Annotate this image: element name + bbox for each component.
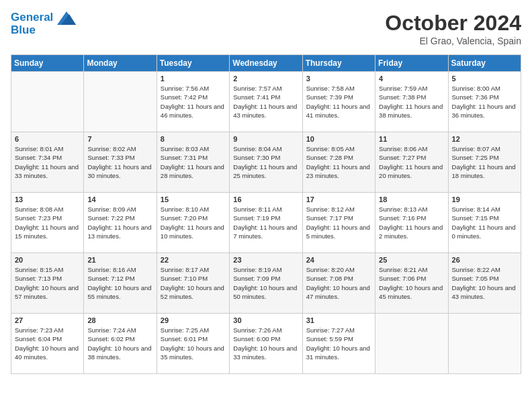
calendar-cell: 2Sunrise: 7:57 AM Sunset: 7:41 PM Daylig…	[230, 72, 302, 132]
day-number: 1	[161, 75, 226, 83]
day-info: Sunrise: 8:12 AM Sunset: 7:17 PM Dayligh…	[306, 205, 371, 240]
day-number: 30	[233, 316, 298, 324]
calendar-cell: 9Sunrise: 8:04 AM Sunset: 7:30 PM Daylig…	[230, 132, 302, 193]
logo-blue: Blue	[11, 24, 76, 37]
calendar-cell: 5Sunrise: 8:00 AM Sunset: 7:36 PM Daylig…	[448, 72, 521, 132]
calendar-cell: 28Sunrise: 7:24 AM Sunset: 6:02 PM Dayli…	[84, 314, 157, 374]
day-info: Sunrise: 8:02 AM Sunset: 7:33 PM Dayligh…	[87, 144, 152, 180]
calendar-cell	[11, 72, 84, 132]
day-number: 31	[306, 316, 371, 324]
day-number: 22	[161, 256, 226, 264]
day-number: 9	[233, 135, 298, 143]
day-info: Sunrise: 7:25 AM Sunset: 6:01 PM Dayligh…	[161, 326, 226, 361]
day-number: 17	[306, 195, 371, 203]
calendar-cell: 13Sunrise: 8:08 AM Sunset: 7:23 PM Dayli…	[11, 193, 84, 253]
day-info: Sunrise: 7:59 AM Sunset: 7:38 PM Dayligh…	[379, 84, 444, 120]
page-header: General Blue October 2024 El Grao, Valen…	[11, 11, 521, 46]
calendar-week-row: 27Sunrise: 7:23 AM Sunset: 6:04 PM Dayli…	[11, 314, 521, 374]
calendar-cell: 24Sunrise: 8:20 AM Sunset: 7:08 PM Dayli…	[302, 253, 375, 314]
calendar-cell: 3Sunrise: 7:58 AM Sunset: 7:39 PM Daylig…	[302, 72, 375, 132]
calendar-header-row: SundayMondayTuesdayWednesdayThursdayFrid…	[11, 55, 521, 72]
calendar-cell: 30Sunrise: 7:26 AM Sunset: 6:00 PM Dayli…	[230, 314, 302, 374]
day-number: 12	[452, 135, 517, 143]
day-info: Sunrise: 8:07 AM Sunset: 7:25 PM Dayligh…	[452, 144, 517, 180]
day-of-week-header: Sunday	[11, 55, 84, 72]
day-info: Sunrise: 8:20 AM Sunset: 7:08 PM Dayligh…	[306, 265, 371, 301]
day-info: Sunrise: 8:05 AM Sunset: 7:28 PM Dayligh…	[306, 144, 371, 180]
day-number: 28	[87, 316, 152, 324]
calendar-cell: 26Sunrise: 8:22 AM Sunset: 7:05 PM Dayli…	[448, 253, 521, 314]
day-number: 11	[379, 135, 444, 143]
day-info: Sunrise: 8:00 AM Sunset: 7:36 PM Dayligh…	[452, 84, 517, 120]
day-number: 7	[87, 135, 152, 143]
calendar-cell: 6Sunrise: 8:01 AM Sunset: 7:34 PM Daylig…	[11, 132, 84, 193]
day-of-week-header: Friday	[375, 55, 448, 72]
day-of-week-header: Saturday	[448, 55, 521, 72]
calendar-cell: 18Sunrise: 8:13 AM Sunset: 7:16 PM Dayli…	[375, 193, 448, 253]
day-number: 5	[452, 75, 517, 83]
day-number: 24	[306, 256, 371, 264]
day-number: 25	[379, 256, 444, 264]
month-title: October 2024	[385, 11, 521, 36]
calendar-cell: 8Sunrise: 8:03 AM Sunset: 7:31 PM Daylig…	[157, 132, 229, 193]
day-of-week-header: Wednesday	[230, 55, 302, 72]
day-number: 2	[233, 75, 298, 83]
day-info: Sunrise: 8:21 AM Sunset: 7:06 PM Dayligh…	[379, 265, 444, 301]
calendar-cell: 16Sunrise: 8:11 AM Sunset: 7:19 PM Dayli…	[230, 193, 302, 253]
calendar-cell: 1Sunrise: 7:56 AM Sunset: 7:42 PM Daylig…	[157, 72, 229, 132]
day-number: 3	[306, 75, 371, 83]
day-number: 23	[233, 256, 298, 264]
calendar-cell: 27Sunrise: 7:23 AM Sunset: 6:04 PM Dayli…	[11, 314, 84, 374]
day-info: Sunrise: 7:23 AM Sunset: 6:04 PM Dayligh…	[15, 326, 80, 361]
calendar-cell: 23Sunrise: 8:19 AM Sunset: 7:09 PM Dayli…	[230, 253, 302, 314]
day-number: 6	[15, 135, 80, 143]
day-info: Sunrise: 7:27 AM Sunset: 5:59 PM Dayligh…	[306, 326, 371, 361]
calendar-cell: 20Sunrise: 8:15 AM Sunset: 7:13 PM Dayli…	[11, 253, 84, 314]
day-info: Sunrise: 8:03 AM Sunset: 7:31 PM Dayligh…	[161, 144, 226, 180]
day-of-week-header: Tuesday	[157, 55, 229, 72]
calendar-cell	[375, 314, 448, 374]
calendar-cell: 4Sunrise: 7:59 AM Sunset: 7:38 PM Daylig…	[375, 72, 448, 132]
calendar-cell: 11Sunrise: 8:06 AM Sunset: 7:27 PM Dayli…	[375, 132, 448, 193]
calendar-week-row: 20Sunrise: 8:15 AM Sunset: 7:13 PM Dayli…	[11, 253, 521, 314]
calendar-week-row: 13Sunrise: 8:08 AM Sunset: 7:23 PM Dayli…	[11, 193, 521, 253]
calendar-cell: 29Sunrise: 7:25 AM Sunset: 6:01 PM Dayli…	[157, 314, 229, 374]
calendar-cell: 31Sunrise: 7:27 AM Sunset: 5:59 PM Dayli…	[302, 314, 375, 374]
logo: General Blue	[11, 11, 76, 37]
day-info: Sunrise: 7:24 AM Sunset: 6:02 PM Dayligh…	[87, 326, 152, 361]
day-info: Sunrise: 7:26 AM Sunset: 6:00 PM Dayligh…	[233, 326, 298, 361]
day-number: 15	[161, 195, 226, 203]
day-number: 4	[379, 75, 444, 83]
day-info: Sunrise: 7:56 AM Sunset: 7:42 PM Dayligh…	[161, 84, 226, 120]
day-info: Sunrise: 8:09 AM Sunset: 7:22 PM Dayligh…	[87, 205, 152, 240]
calendar-cell: 7Sunrise: 8:02 AM Sunset: 7:33 PM Daylig…	[84, 132, 157, 193]
day-number: 16	[233, 195, 298, 203]
day-number: 14	[87, 195, 152, 203]
location: El Grao, Valencia, Spain	[385, 36, 521, 46]
day-number: 8	[161, 135, 226, 143]
day-info: Sunrise: 8:19 AM Sunset: 7:09 PM Dayligh…	[233, 265, 298, 301]
calendar-cell: 21Sunrise: 8:16 AM Sunset: 7:12 PM Dayli…	[84, 253, 157, 314]
day-info: Sunrise: 8:16 AM Sunset: 7:12 PM Dayligh…	[87, 265, 152, 301]
day-number: 20	[15, 256, 80, 264]
title-block: October 2024 El Grao, Valencia, Spain	[385, 11, 521, 46]
day-info: Sunrise: 7:57 AM Sunset: 7:41 PM Dayligh…	[233, 84, 298, 120]
day-number: 27	[15, 316, 80, 324]
day-of-week-header: Monday	[84, 55, 157, 72]
calendar-cell: 22Sunrise: 8:17 AM Sunset: 7:10 PM Dayli…	[157, 253, 229, 314]
day-info: Sunrise: 8:01 AM Sunset: 7:34 PM Dayligh…	[15, 144, 80, 180]
calendar-cell: 25Sunrise: 8:21 AM Sunset: 7:06 PM Dayli…	[375, 253, 448, 314]
calendar-cell: 10Sunrise: 8:05 AM Sunset: 7:28 PM Dayli…	[302, 132, 375, 193]
calendar-cell: 19Sunrise: 8:14 AM Sunset: 7:15 PM Dayli…	[448, 193, 521, 253]
day-number: 10	[306, 135, 371, 143]
calendar-table: SundayMondayTuesdayWednesdayThursdayFrid…	[11, 54, 521, 374]
day-of-week-header: Thursday	[302, 55, 375, 72]
day-number: 26	[452, 256, 517, 264]
logo-text: General	[11, 11, 76, 25]
day-number: 29	[161, 316, 226, 324]
day-info: Sunrise: 8:13 AM Sunset: 7:16 PM Dayligh…	[379, 205, 444, 240]
day-info: Sunrise: 8:04 AM Sunset: 7:30 PM Dayligh…	[233, 144, 298, 180]
calendar-cell: 15Sunrise: 8:10 AM Sunset: 7:20 PM Dayli…	[157, 193, 229, 253]
day-number: 13	[15, 195, 80, 203]
calendar-cell	[84, 72, 157, 132]
